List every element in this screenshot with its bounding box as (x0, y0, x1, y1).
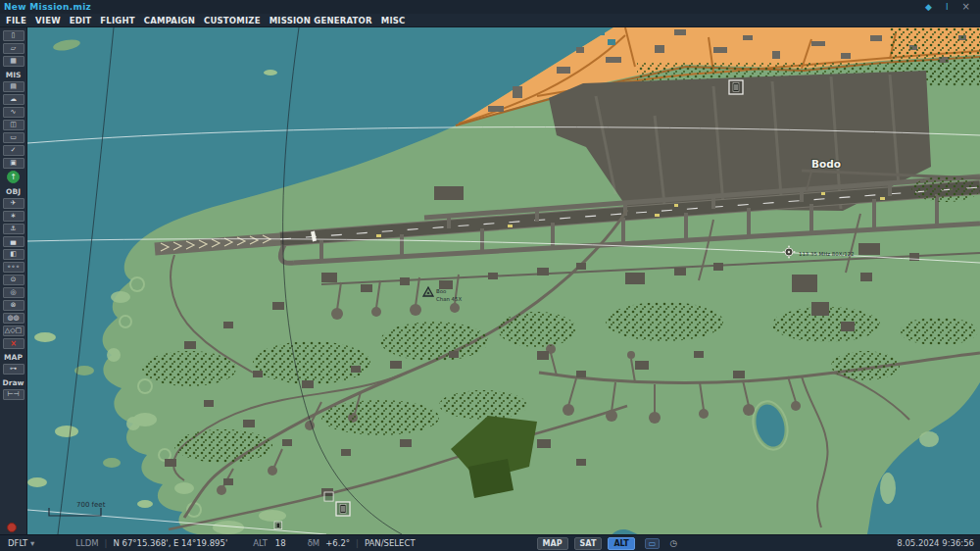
urban-pool-2 (608, 39, 615, 45)
menu-flight[interactable]: FLIGHT (100, 16, 134, 25)
tacan-channel-label: Chan 45X (436, 296, 462, 302)
map-layer-controls: MAP SAT ALT ▭ ◷ (531, 537, 678, 550)
toolbar-sidebar: ▯ ▱ ▦ MIS ▤ ☁ ∿ ◫ ▭ ✓ ▣ ↑ OBJ ✈ ∗ ⚓ ▄ ◧ … (0, 27, 27, 534)
fly-mission-button[interactable]: ↑ (7, 171, 20, 183)
section-label-mis: MIS (6, 71, 22, 79)
map-viewport[interactable]: 113.35 MHz 80X/122 Boo Chan 45X Bodo (27, 27, 980, 534)
vor-frequency-label: 113.35 MHz 80X/122 (799, 251, 854, 257)
save-icon: ▦ (10, 57, 17, 65)
clipboard-icon: ▤ (10, 82, 17, 90)
zone-button[interactable]: ⊙ (3, 275, 24, 285)
menu-mission-generator[interactable]: MISSION GENERATOR (270, 16, 372, 25)
urban-pool (591, 27, 605, 35)
vehicle-icon: ▄ (11, 237, 16, 245)
measure-tool-icon[interactable]: ▭ (645, 538, 661, 549)
map-layer-button[interactable]: MAP (537, 537, 568, 550)
static-building-icon-3[interactable] (324, 492, 333, 501)
mission-datetime: 8.05.2024 9:36:56 (897, 538, 980, 548)
network-status-icon: ◆ (925, 0, 932, 14)
briefing-button[interactable]: ▤ (3, 81, 24, 92)
close-window-icon[interactable]: × (962, 0, 970, 14)
static-building-icon-4[interactable] (274, 522, 282, 529)
section-label-obj: OBJ (6, 187, 21, 196)
weather-button[interactable]: ☁ (3, 94, 24, 105)
bars-icon: ▭ (10, 133, 17, 141)
coord-format-label[interactable]: LLDM (75, 538, 98, 548)
open-mission-button[interactable]: ▱ (3, 43, 24, 54)
menu-edit[interactable]: EDIT (70, 16, 92, 25)
menu-bar: FILE VIEW EDIT FLIGHT CAMPAIGN CUSTOMIZE… (0, 14, 980, 27)
clock-icon[interactable]: ◷ (669, 538, 677, 548)
profile-value: DFLT (8, 538, 27, 548)
red-status-icon[interactable] (7, 523, 17, 532)
menu-campaign[interactable]: CAMPAIGN (144, 16, 195, 25)
menu-file[interactable]: FILE (6, 16, 26, 25)
cursor-coordinates: N 67°15.368', E 14°19.895' (113, 538, 227, 548)
route-wave-icon: ∿ (11, 108, 17, 116)
template-button[interactable]: ◍◍ (3, 313, 24, 324)
mission-editor-window: New Mission.miz ◆ Ⅰ × FILE VIEW EDIT FLI… (0, 0, 980, 551)
static-building-icon-2[interactable] (336, 502, 350, 516)
goals-button[interactable]: ✓ (3, 145, 24, 156)
ruler-icon: ⊢⊣ (7, 390, 19, 398)
alt-layer-button[interactable]: ALT (608, 537, 634, 550)
alt-label: ALT (253, 538, 268, 548)
shapes-icon: △◇□ (5, 326, 22, 334)
key-icon: ⊶ (10, 365, 17, 373)
profile-dropdown[interactable]: DFLT ▾ (8, 538, 34, 548)
title-bar: New Mission.miz ◆ Ⅰ × (0, 0, 980, 14)
ship-anchor-icon: ⚓ (10, 225, 16, 232)
restricted-zone-button[interactable]: ⊗ (3, 300, 24, 311)
static-building-icon[interactable] (729, 80, 743, 94)
group-list-button[interactable]: ∘∘∘ (3, 262, 24, 273)
add-static-object-button[interactable]: ◧ (3, 249, 24, 260)
open-folder-icon: ▱ (11, 44, 16, 52)
chevron-down-icon: ▾ (30, 538, 34, 548)
add-helicopter-button[interactable]: ∗ (3, 211, 24, 222)
save-mission-button[interactable]: ▦ (3, 56, 24, 67)
ruler-tool-button[interactable]: ⊢⊣ (3, 389, 24, 400)
magvar-value: +6.2° (325, 538, 350, 548)
lists-button[interactable]: ▣ (3, 158, 24, 169)
up-arrow-icon: ↑ (10, 173, 17, 181)
trigger-zone-button[interactable]: △◇□ (3, 326, 24, 336)
alt-value: 18 (275, 538, 286, 548)
menu-misc[interactable]: MISC (381, 16, 406, 25)
pointer-status-icon: Ⅰ (946, 0, 949, 14)
linked-circles-icon: ◍◍ (7, 314, 19, 322)
divider: | (356, 538, 359, 548)
map-key-button[interactable]: ⊶ (3, 364, 24, 375)
cloud-icon: ☁ (10, 95, 17, 103)
rules-button[interactable]: ◫ (3, 120, 24, 130)
static-object-icon: ◧ (10, 250, 17, 258)
section-label-draw: Draw (3, 378, 24, 387)
tacan-ident-label: Boo (436, 288, 446, 294)
grid-boxes-icon: ▣ (10, 159, 17, 167)
checkmark-icon: ✓ (11, 146, 17, 154)
add-ship-button[interactable]: ⚓ (3, 224, 24, 234)
status-bar: DFLT ▾ LLDM | N 67°15.368', E 14°19.895'… (0, 534, 980, 551)
magvar-label: δM (308, 538, 320, 548)
framed-box-icon: ◫ (10, 121, 17, 128)
mode-indicator: PAN/SELECT (365, 538, 416, 548)
menu-view[interactable]: VIEW (35, 16, 61, 25)
add-vehicle-button[interactable]: ▄ (3, 236, 24, 247)
scale-label: 700 feet (76, 501, 106, 509)
new-mission-button[interactable]: ▯ (3, 30, 24, 41)
airplane-icon: ✈ (11, 199, 17, 207)
divider: | (105, 538, 108, 548)
circle-x-icon: ⊗ (11, 301, 17, 309)
delete-object-button[interactable]: × (3, 338, 24, 349)
new-file-icon: ▯ (12, 31, 16, 39)
bullseye-button[interactable]: ◎ (3, 287, 24, 298)
options-button[interactable]: ▭ (3, 132, 24, 143)
route-tool-button[interactable]: ∿ (3, 107, 24, 118)
add-airplane-button[interactable]: ✈ (3, 198, 24, 209)
three-dots-icon: ∘∘∘ (7, 263, 20, 271)
red-x-icon: × (10, 339, 17, 348)
menu-customize[interactable]: CUSTOMIZE (204, 16, 261, 25)
double-circle-icon: ◎ (10, 288, 16, 296)
mission-map[interactable]: 113.35 MHz 80X/122 Boo Chan 45X Bodo (27, 27, 980, 534)
sat-layer-button[interactable]: SAT (574, 537, 603, 550)
helicopter-rotor-icon: ∗ (11, 212, 17, 220)
